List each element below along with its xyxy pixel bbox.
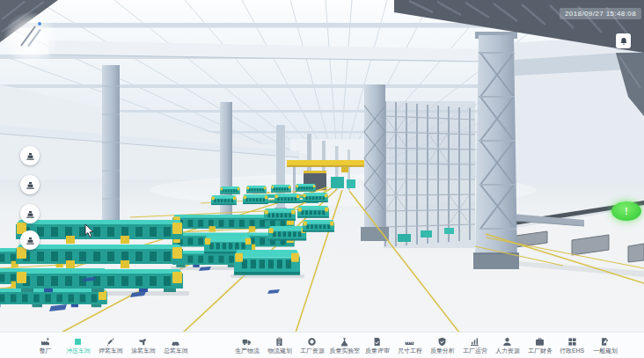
tab-module-label: 工厂资源 [300, 347, 325, 354]
stamping-icon [73, 337, 83, 347]
chart-icon [470, 337, 479, 347]
briefcase-icon [535, 337, 545, 347]
tab-module-label: 生产物流 [235, 347, 260, 354]
tab-module-label: 工厂财务 [528, 347, 553, 354]
tab-module-quality-lab[interactable]: 质量实验室 [331, 337, 358, 354]
tab-module-production-logistics[interactable]: 生产物流 [233, 337, 260, 354]
tab-workshop-plant-overview[interactable]: 整厂 [32, 337, 59, 354]
tab-workshop-assembly-shop[interactable]: 总装车间 [162, 337, 189, 354]
shield-icon [437, 337, 447, 347]
bottom-toolbar: 整厂冲压车间焊装车间涂装车间总装车间 生产物流物流规划工厂资源质量实验室质量评审… [0, 332, 644, 358]
compass-gizmo[interactable] [4, 12, 58, 67]
scene-tool-button-press-line-2[interactable] [20, 175, 40, 194]
tab-module-label: 质量实验室 [329, 347, 360, 354]
tab-module-label: 质量分析 [430, 347, 455, 354]
scene-timestamp: 2018/09/27 15:48:08 [560, 8, 641, 19]
painting-icon [138, 337, 148, 347]
scene-tool-button-press-line-4[interactable] [20, 230, 40, 250]
bell-icon [619, 37, 628, 46]
welding-icon [106, 337, 115, 347]
press-machine-icon [26, 180, 35, 190]
scene-tool-button-press-line-3[interactable] [20, 204, 40, 223]
doc-pencil-icon [600, 337, 610, 347]
tab-workshop-stamping-shop[interactable]: 冲压车间 [64, 337, 91, 354]
tab-workshop-painting-shop[interactable]: 涂装车间 [129, 337, 157, 354]
ruler-icon [405, 337, 414, 347]
scene-tool-button-press-line-1[interactable] [20, 146, 40, 165]
right-column-mid [361, 84, 389, 241]
doc-check-icon [372, 337, 382, 347]
tab-module-factory-finance[interactable]: 工厂财务 [526, 337, 553, 354]
tab-module-general-planning[interactable]: 一般规划 [591, 337, 618, 354]
module-nav: 生产物流物流规划工厂资源质量实验室质量评审尺寸工程质量分析工厂运营人力资源工厂财… [233, 337, 618, 354]
tab-module-quality-review[interactable]: 质量评审 [363, 337, 391, 354]
tab-module-factory-operations[interactable]: 工厂运营 [461, 337, 488, 354]
tab-module-label: 质量评审 [365, 347, 390, 354]
factory-icon [40, 337, 50, 347]
tab-module-dimension-engineering[interactable]: 尺寸工程 [396, 337, 423, 354]
tab-module-label: 物流规划 [267, 347, 292, 354]
compass-north-dot [38, 22, 41, 26]
tab-module-label: 尺寸工程 [398, 347, 422, 354]
tab-module-quality-analysis[interactable]: 质量分析 [428, 337, 456, 354]
flask-icon [340, 337, 349, 347]
right-column-front [473, 32, 519, 269]
tab-workshop-label: 焊装车间 [99, 347, 123, 354]
tab-module-admin-ehs[interactable]: 行政EHS [559, 337, 586, 354]
factory-hall-render [0, 0, 644, 332]
tab-workshop-label: 整厂 [40, 347, 52, 354]
tab-module-label: 行政EHS [560, 347, 584, 354]
tab-workshop-welding-shop[interactable]: 焊装车间 [97, 337, 124, 354]
tab-module-human-resources[interactable]: 人力资源 [494, 337, 521, 354]
digital-factory-app: 2018/09/27 15:48:08 ! 整厂冲压车间焊装车间涂装车间总装车间… [0, 0, 644, 358]
press-machine-icon [26, 151, 35, 161]
notification-button[interactable] [616, 33, 631, 48]
mouse-cursor [84, 224, 95, 239]
gauge-icon [307, 337, 317, 347]
tab-module-logistics-planning[interactable]: 物流规划 [266, 337, 293, 354]
tab-workshop-label: 涂装车间 [131, 347, 156, 354]
tab-module-label: 人力资源 [495, 347, 520, 354]
assembly-icon [171, 337, 180, 347]
truck-icon [242, 337, 252, 347]
tab-module-label: 工厂运营 [463, 347, 487, 354]
workshop-nav: 整厂冲压车间焊装车间涂装车间总装车间 [32, 337, 189, 354]
tab-workshop-label: 总装车间 [164, 347, 188, 354]
clipboard-icon [274, 337, 284, 347]
scene-3d-viewport[interactable] [0, 0, 644, 332]
person-icon [502, 337, 512, 347]
alert-marker[interactable]: ! [611, 201, 641, 221]
press-machine-icon [26, 209, 35, 219]
press-machine-icon [26, 236, 35, 245]
tab-module-label: 一般规划 [593, 347, 618, 354]
grid-icon [567, 337, 577, 347]
tab-workshop-label: 冲压车间 [66, 347, 91, 354]
tab-module-factory-resources[interactable]: 工厂资源 [298, 337, 326, 354]
